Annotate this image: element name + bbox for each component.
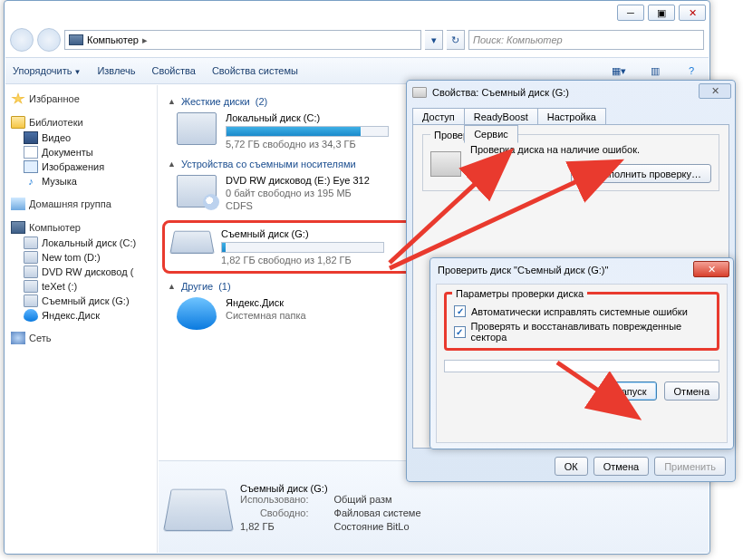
checkbox-checked-icon[interactable]: ✓: [454, 305, 466, 317]
document-icon: [24, 146, 38, 159]
cancel-button[interactable]: Отмена: [664, 381, 719, 401]
dvd-icon: [24, 266, 38, 278]
search-input[interactable]: Поиск: Компьютер: [468, 30, 704, 50]
disk-icon: [24, 251, 38, 264]
minimize-button[interactable]: ─: [617, 5, 644, 21]
address-history-button[interactable]: ▾: [425, 30, 443, 50]
disk-icon: [24, 237, 38, 249]
check-disk-icon: [430, 151, 461, 177]
favorites-group[interactable]: Избранное: [7, 91, 155, 107]
close-button[interactable]: ✕: [679, 5, 706, 21]
eject-button[interactable]: Извлечь: [97, 65, 135, 76]
sidebar-item-videos[interactable]: Видео: [7, 130, 155, 145]
tab-tools[interactable]: Сервис: [464, 125, 518, 143]
scan-recover-checkbox-row[interactable]: ✓ Проверять и восстанавливать поврежденн…: [454, 321, 709, 343]
scan-recover-label: Проверять и восстанавливать поврежденные…: [471, 321, 709, 343]
check-disk-dialog: Проверить диск "Съемный диск (G:)" ✕ Пар…: [429, 257, 734, 449]
apply-button[interactable]: Применить: [654, 457, 726, 476]
sidebar-drive-d[interactable]: New tom (D:): [7, 250, 155, 265]
tab-readyboost[interactable]: ReadyBoost: [464, 108, 538, 125]
window-controls: ─ ▣ ✕: [617, 5, 706, 21]
address-row: Компьютер ▸ ▾ ↻ Поиск: Компьютер: [10, 28, 704, 52]
details-used-label: Использовано:: [240, 494, 309, 505]
dialog-titlebar[interactable]: Проверить диск "Съемный диск (G:)": [430, 258, 733, 282]
start-button[interactable]: Запуск: [605, 381, 656, 401]
nav-forward-button[interactable]: [37, 28, 61, 52]
tab-customize[interactable]: Настройка: [537, 108, 606, 125]
usb-icon: [24, 294, 38, 307]
auto-fix-label: Автоматически исправлять системные ошибк…: [471, 306, 688, 317]
disk-check-options-highlight: Параметры проверки диска ✓ Автоматически…: [444, 292, 719, 351]
homegroup-group[interactable]: Домашняя группа: [7, 196, 155, 212]
navigation-pane: Избранное Библиотеки Видео Документы Изо…: [5, 85, 158, 553]
check-now-button[interactable]: Выполнить проверку…: [571, 164, 711, 183]
dialog-title: Свойства: Съемный диск (G:): [432, 87, 569, 98]
sidebar-drive-dvd[interactable]: DVD RW дисковод (: [7, 265, 155, 279]
dialog-buttons: ОК Отмена Применить: [407, 457, 735, 476]
network-icon: [11, 332, 25, 344]
drive-icon: [412, 87, 427, 98]
checkbox-checked-icon[interactable]: ✓: [454, 326, 466, 338]
help-button[interactable]: ?: [681, 61, 701, 81]
dialog-titlebar[interactable]: Свойства: Съемный диск (G:): [407, 81, 735, 104]
nav-back-button[interactable]: [10, 28, 34, 52]
close-button[interactable]: ✕: [699, 83, 731, 99]
progress-bar: [444, 360, 719, 372]
address-text: Компьютер: [87, 34, 139, 45]
view-mode-button[interactable]: ▦▾: [609, 61, 629, 81]
details-fs-label: Файловая системе: [334, 507, 421, 518]
properties-button[interactable]: Свойства: [152, 65, 196, 76]
libraries-icon: [11, 116, 25, 129]
details-free-label: Свободно:: [240, 507, 309, 518]
sidebar-drive-g[interactable]: Съемный диск (G:): [7, 294, 155, 308]
homegroup-icon: [11, 198, 25, 210]
yandex-disk-icon: [177, 297, 217, 330]
cancel-button[interactable]: Отмена: [593, 457, 649, 476]
breadcrumb-sep-icon[interactable]: ▸: [142, 34, 148, 46]
film-icon: [24, 131, 38, 144]
dialog-title: Проверить диск "Съемный диск (G:)": [438, 265, 608, 275]
computer-icon: [69, 34, 83, 45]
picture-icon: [24, 160, 38, 173]
selected-drive-icon: [163, 488, 234, 530]
system-properties-button[interactable]: Свойства системы: [212, 65, 298, 76]
shield-icon: [581, 169, 592, 179]
sidebar-item-music[interactable]: ♪Музыка: [7, 174, 155, 188]
star-icon: [11, 92, 25, 105]
maximize-button[interactable]: ▣: [648, 5, 675, 21]
ok-button[interactable]: ОК: [555, 457, 588, 476]
disk-icon: [24, 280, 38, 293]
network-group[interactable]: Сеть: [7, 330, 155, 346]
music-icon: ♪: [24, 175, 38, 188]
sidebar-item-pictures[interactable]: Изображения: [7, 159, 155, 174]
options-legend: Параметры проверки диска: [452, 288, 587, 299]
sidebar-drive-texet[interactable]: teXet (:): [7, 279, 155, 294]
close-button[interactable]: ✕: [693, 261, 729, 277]
details-total-label: Общий разм: [334, 494, 421, 505]
libraries-group[interactable]: Библиотеки: [7, 114, 155, 130]
organize-menu[interactable]: Упорядочить▼: [13, 65, 81, 76]
hdd-icon: [177, 112, 217, 145]
details-free-value: 1,82 ГБ: [240, 521, 309, 532]
dvd-drive-icon: [177, 175, 217, 208]
refresh-button[interactable]: ↻: [447, 30, 465, 50]
usage-bar: [221, 242, 384, 253]
sidebar-yandex-disk[interactable]: Яндекс.Диск: [7, 308, 155, 323]
preview-pane-button[interactable]: ▥: [645, 61, 665, 81]
address-bar[interactable]: Компьютер ▸: [64, 30, 421, 50]
check-description: Проверка диска на наличие ошибок.: [470, 144, 711, 155]
computer-group[interactable]: Компьютер: [7, 219, 155, 236]
sidebar-drive-c[interactable]: Локальный диск (C:): [7, 236, 155, 250]
details-title: Съемный диск (G:): [240, 483, 421, 494]
computer-icon: [11, 221, 25, 234]
yandex-disk-icon: [24, 309, 38, 322]
sidebar-item-documents[interactable]: Документы: [7, 145, 155, 159]
usb-drive-icon: [169, 231, 214, 254]
details-bitlocker-label: Состояние BitLо: [334, 521, 421, 532]
auto-fix-checkbox-row[interactable]: ✓ Автоматически исправлять системные оши…: [454, 305, 709, 317]
tab-sharing[interactable]: Доступ: [412, 108, 465, 125]
usage-bar: [226, 126, 389, 137]
